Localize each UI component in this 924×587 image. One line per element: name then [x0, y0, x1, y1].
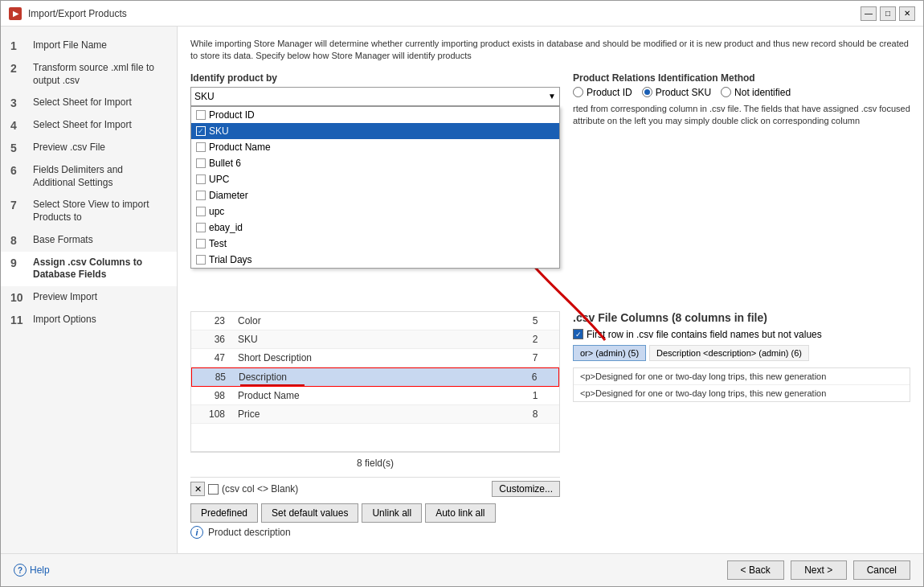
- minimize-button[interactable]: —: [861, 6, 877, 21]
- help-icon: ?: [14, 564, 27, 577]
- dropdown-item-upc[interactable]: upc: [191, 203, 559, 220]
- checkbox-upc-cap[interactable]: [196, 174, 206, 184]
- customize-button[interactable]: Customize...: [492, 481, 560, 497]
- dropdown-label-test: Test: [209, 238, 227, 249]
- link-text: (csv col <> Blank): [222, 483, 489, 495]
- dropdown-label-upc: upc: [209, 206, 224, 217]
- dropdown-item-diameter[interactable]: Diameter: [191, 187, 559, 203]
- unlink-x-button[interactable]: ✕: [190, 482, 205, 496]
- checkbox-productname[interactable]: [196, 142, 206, 152]
- sidebar-label-6: Fields Delimiters and Additional Setting…: [33, 164, 167, 189]
- prod-rel-title: Product Relations Identification Method: [573, 72, 910, 84]
- sidebar-num-6: 6: [10, 164, 27, 177]
- dropdown-label-diameter: Diameter: [209, 190, 248, 201]
- fields-count: 8 field(s): [190, 452, 560, 474]
- set-default-button[interactable]: Set default values: [261, 503, 358, 523]
- field-num-108: 108: [191, 405, 231, 423]
- field-num-85: 85: [192, 368, 232, 386]
- unlink-all-button[interactable]: Unlink all: [362, 503, 422, 523]
- sidebar-num-3: 3: [10, 96, 27, 109]
- radio-productid[interactable]: Product ID: [573, 87, 632, 98]
- sidebar-num-5: 5: [10, 142, 27, 154]
- window-controls: — □ ✕: [861, 6, 915, 21]
- cancel-button[interactable]: Cancel: [853, 560, 910, 580]
- window-title: Import/Export Products: [28, 8, 127, 19]
- link-checkbox[interactable]: [208, 484, 219, 495]
- next-button[interactable]: Next >: [791, 560, 847, 580]
- field-name-color: Color: [231, 312, 511, 330]
- csv-panel: .csv File Columns (8 columns in file) ✓ …: [566, 311, 910, 542]
- sidebar-item-6[interactable]: 6 Fields Delimiters and Additional Setti…: [1, 159, 177, 194]
- checkbox-test[interactable]: [196, 239, 206, 248]
- dropdown-item-upc-cap[interactable]: UPC: [191, 171, 559, 187]
- radio-circle-productsku[interactable]: [642, 87, 652, 97]
- product-relations-section: Product Relations Identification Method …: [573, 72, 910, 128]
- csv-preview: <p>Designed for one or two-day long trip…: [573, 367, 910, 402]
- sidebar-item-11[interactable]: 11 Import Options: [1, 309, 177, 331]
- bottom-nav: ? Help < Back Next > Cancel: [1, 553, 923, 586]
- identify-dropdown[interactable]: SKU ▼: [190, 87, 560, 106]
- identify-label: Identify product by: [190, 72, 560, 84]
- predefined-button[interactable]: Predefined: [190, 503, 258, 523]
- sidebar-item-9[interactable]: 9 Assign .csv Columns to Database Fields: [1, 252, 177, 286]
- help-link[interactable]: ? Help: [14, 564, 50, 577]
- dropdown-label-ebayid: ebay_id: [209, 222, 243, 233]
- dropdown-item-bullet6[interactable]: Bullet 6: [191, 155, 559, 171]
- sidebar-item-4[interactable]: 4 Select Sheet for Import: [1, 114, 177, 137]
- sidebar-item-1[interactable]: 1 Import File Name: [1, 35, 177, 57]
- dropdown-item-ebayid[interactable]: ebay_id: [191, 220, 559, 236]
- sidebar-label-3: Select Sheet for Import: [33, 96, 132, 109]
- app-icon: ▶: [9, 7, 22, 20]
- back-button[interactable]: < Back: [727, 560, 784, 580]
- csv-col-header-6[interactable]: Description <description> (admin) (6): [649, 345, 809, 361]
- dropdown-label-upc-cap: UPC: [209, 174, 229, 185]
- sidebar-item-10[interactable]: 10 Preview Import: [1, 286, 177, 309]
- radio-group: Product ID Product SKU Not identified: [573, 87, 910, 98]
- sidebar-label-10: Preview Import: [33, 291, 97, 304]
- sidebar-num-9: 9: [10, 257, 27, 269]
- table-row-description: 85 Description 6: [191, 367, 559, 387]
- title-bar-left: ▶ Import/Export Products: [9, 7, 127, 20]
- field-name-sku: SKU: [231, 330, 511, 348]
- sidebar-item-3[interactable]: 3 Select Sheet for Import: [1, 92, 177, 114]
- sidebar-num-8: 8: [10, 234, 27, 247]
- sidebar-num-1: 1: [10, 39, 27, 52]
- sidebar-item-2[interactable]: 2 Transform source .xml file to output .…: [1, 57, 177, 92]
- checkbox-bullet6[interactable]: [196, 158, 206, 168]
- radio-notidentified[interactable]: Not identified: [721, 87, 791, 98]
- checkbox-sku[interactable]: ✓: [196, 126, 206, 136]
- dropdown-item-sku[interactable]: ✓ SKU: [191, 123, 559, 139]
- field-name-productname: Product Name: [231, 387, 511, 404]
- maximize-button[interactable]: □: [880, 6, 896, 21]
- checkbox-ebayid[interactable]: [196, 223, 206, 232]
- dropdown-item-productid[interactable]: Product ID: [191, 107, 559, 123]
- dropdown-arrow-icon[interactable]: ▼: [548, 92, 556, 101]
- radio-productsku[interactable]: Product SKU: [642, 87, 711, 98]
- checkbox-productid[interactable]: [196, 110, 206, 120]
- checkbox-upc[interactable]: [196, 207, 206, 216]
- radio-circle-notidentified[interactable]: [721, 87, 731, 97]
- auto-link-button[interactable]: Auto link all: [425, 503, 495, 523]
- identify-dropdown-popup: Product ID ✓ SKU Product Name: [190, 106, 560, 269]
- checkbox-diameter[interactable]: [196, 191, 206, 200]
- radio-label-productid: Product ID: [587, 87, 632, 98]
- checkbox-trialdays[interactable]: [196, 255, 206, 265]
- identify-dropdown-value: SKU: [194, 91, 548, 102]
- nav-buttons: < Back Next > Cancel: [727, 560, 910, 580]
- identify-section: Identify product by SKU ▼ Product ID: [190, 72, 560, 106]
- sidebar-item-7[interactable]: 7 Select Store View to import Products t…: [1, 194, 177, 228]
- sidebar-num-4: 4: [10, 119, 27, 132]
- sidebar-item-5[interactable]: 5 Preview .csv File: [1, 137, 177, 159]
- dropdown-item-trialdays[interactable]: Trial Days: [191, 252, 559, 268]
- dropdown-item-test[interactable]: Test: [191, 236, 559, 252]
- sidebar-item-8[interactable]: 8 Base Formats: [1, 229, 177, 252]
- field-num-23: 23: [191, 312, 231, 330]
- info-text: While importing Store Manager will deter…: [190, 38, 910, 63]
- close-button[interactable]: ✕: [899, 6, 915, 21]
- csv-preview-row-1: <p>Designed for one or two-day long trip…: [574, 368, 910, 385]
- dropdown-item-productname[interactable]: Product Name: [191, 139, 559, 155]
- field-num-36: 36: [191, 330, 231, 348]
- help-label: Help: [30, 564, 50, 576]
- table-row-shortdesc: 47 Short Description 7: [191, 349, 559, 367]
- radio-circle-productid[interactable]: [573, 87, 583, 97]
